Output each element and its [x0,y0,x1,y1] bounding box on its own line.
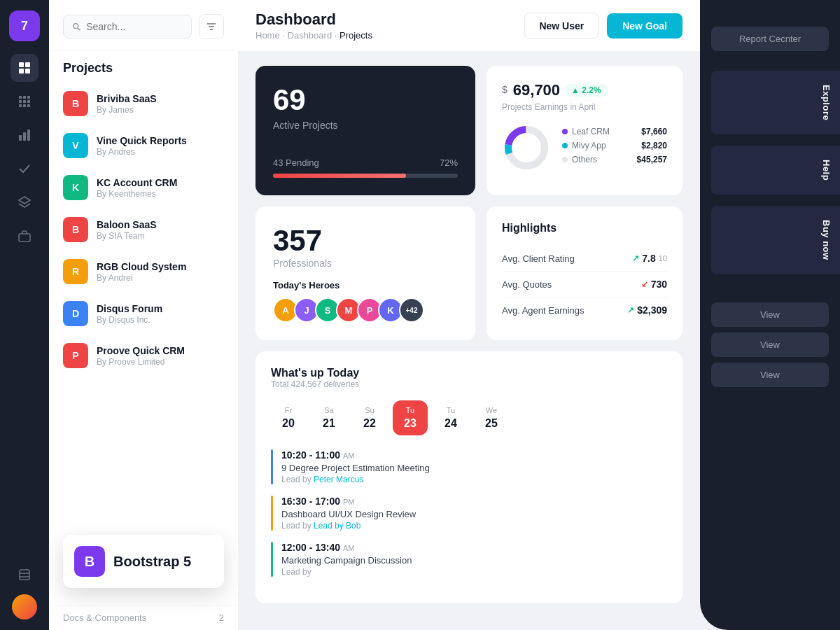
project-item[interactable]: K KC Account CRM By Keenthemes [49,167,238,209]
svg-rect-8 [23,100,26,103]
project-logo: R [63,259,88,284]
event-lead-link[interactable]: Peter Marcus [314,475,363,484]
svg-rect-6 [27,96,30,99]
page-title: Dashboard [255,10,372,29]
hero-avatar: +42 [399,298,424,323]
day-name: Tu [447,406,455,414]
legend-name: Mivy App [572,141,637,150]
filter-button[interactable] [199,14,224,39]
breadcrumb-active: Projects [340,30,372,41]
project-name: Baloon SaaS [97,219,224,230]
help-tab[interactable]: Help [711,146,840,195]
bootstrap-popup[interactable]: B Bootstrap 5 [63,535,224,588]
project-item[interactable]: D Disqus Forum By Disqus Inc. [49,293,238,335]
nav-icon-check[interactable] [10,155,38,183]
svg-rect-1 [25,62,30,67]
bootstrap-label: Bootstrap 5 [113,554,191,570]
nav-icon-briefcase[interactable] [10,222,38,250]
svg-rect-10 [19,104,22,107]
highlight-name: Avg. Quotes [502,279,552,290]
search-input[interactable] [86,21,183,32]
project-item[interactable]: R RGB Cloud System By Andrei [49,251,238,293]
svg-rect-3 [25,69,30,74]
event-lead-link[interactable]: Lead by Bob [314,521,360,531]
earnings-dollar: $ [502,84,507,95]
event-item: 12:00 - 13:40 AM Marketing Campaign Disc… [271,542,667,577]
explore-tab[interactable]: Explore [711,71,840,134]
donut-chart [502,123,551,172]
project-by: By James [97,105,224,115]
day-number: 20 [282,417,295,430]
professionals-number: 357 [273,224,458,258]
highlight-row: Avg. Quotes ↙ 730 [502,272,667,298]
highlight-value: ↙ 730 [641,279,667,290]
view-button-1[interactable]: View [711,302,829,327]
day-item[interactable]: Sa 21 [312,400,346,435]
nav-icon-chart[interactable] [10,121,38,149]
new-user-button[interactable]: New User [524,13,598,39]
event-time: 12:00 - 13:40 AM [281,542,412,553]
event-title: 9 Degree Project Estimation Meeting [281,463,430,473]
legend-item: Others $45,257 [562,155,667,164]
breadcrumb: Home · Dashboard · Projects [255,30,372,41]
project-item[interactable]: P Proove Quick CRM By Proove Limited [49,335,238,377]
view-button-3[interactable]: View [711,363,829,387]
active-projects-number: 69 [273,83,458,117]
earnings-legend: Leaf CRM $7,660 Mivy App $2,820 Others $… [562,127,667,169]
project-info: KC Account CRM By Keenthemes [97,177,224,199]
project-by: By SIA Team [97,231,224,241]
svg-line-22 [78,28,80,30]
earnings-top: $ 69,700 ▲ 2.2% [502,81,667,99]
project-by: By Andres [97,147,224,157]
view-button-2[interactable]: View [711,332,829,357]
project-by: By Disqus Inc. [97,315,224,325]
trend-arrow: ↙ [641,279,648,289]
project-info: Disqus Forum By Disqus Inc. [97,303,224,325]
nav-user-avatar[interactable] [12,594,37,620]
svg-rect-14 [23,132,26,141]
event-details: 12:00 - 13:40 AM Marketing Campaign Disc… [281,542,412,577]
nav-avatar-number[interactable]: 7 [9,10,40,41]
svg-rect-17 [19,234,30,241]
highlight-name: Avg. Agent Earnings [502,305,584,316]
day-item[interactable]: Fr 20 [271,400,306,435]
project-logo: B [63,91,88,116]
trend-arrow: ↗ [627,305,634,315]
day-name: We [486,406,497,414]
nav-icon-grid[interactable] [10,88,38,115]
topbar: Dashboard Home · Dashboard · Projects Ne… [238,0,700,52]
event-bar [271,449,273,484]
event-ampm: PM [343,498,355,506]
project-item[interactable]: V Vine Quick Reports By Andres [49,125,238,167]
highlight-value: ↗ $2,309 [627,304,667,316]
project-item[interactable]: B Briviba SaaS By James [49,83,238,125]
nav-icon-settings[interactable] [10,561,38,589]
project-item[interactable]: B Baloon SaaS By SIA Team [49,209,238,251]
schedule-card: What's up Today Total 424,567 deliveries… [255,351,682,603]
legend-name: Leaf CRM [572,127,637,136]
project-by: By Proove Limited [97,357,224,367]
svg-rect-4 [19,96,22,99]
trend-arrow: ↗ [632,253,639,263]
day-item[interactable]: We 25 [474,400,509,435]
nav-icon-dashboard[interactable] [10,54,38,82]
highlights-card: Highlights Avg. Client Rating ↗ 7.8 10 A… [486,206,682,340]
pending-pct: 72% [440,158,458,168]
report-center-button[interactable]: Report Cecnter [711,27,829,51]
legend-dot [562,157,568,162]
progress-fill [273,174,406,178]
svg-rect-11 [23,104,26,107]
search-box[interactable] [63,15,192,38]
day-item[interactable]: Tu 24 [433,400,468,435]
day-item[interactable]: Su 22 [352,400,387,435]
buy-now-tab[interactable]: Buy now [711,206,840,274]
project-logo: K [63,175,88,200]
project-logo: B [63,217,88,242]
nav-icon-layers[interactable] [10,188,38,216]
project-by: By Andrei [97,273,224,283]
new-goal-button[interactable]: New Goal [607,13,682,38]
event-bar [271,542,273,577]
sidebar-bottom[interactable]: Docs & Components 2 [49,605,238,630]
legend-item: Leaf CRM $7,660 [562,127,667,136]
day-item[interactable]: Tu 23 [393,400,428,435]
